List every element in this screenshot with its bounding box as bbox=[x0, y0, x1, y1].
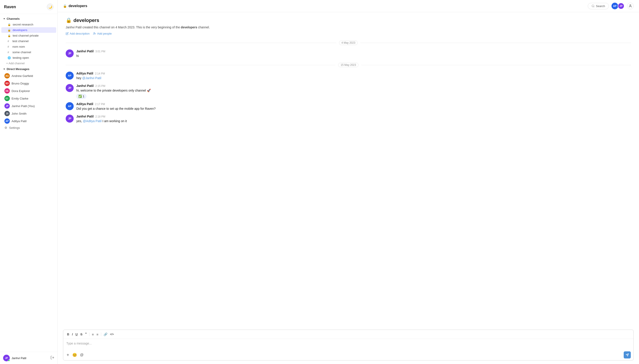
topbar-avatar-aditya[interactable]: AP bbox=[611, 3, 618, 9]
link-button[interactable]: 🔗 bbox=[103, 332, 109, 337]
lock-icon: 🔒 bbox=[8, 23, 11, 26]
channel-testing-open[interactable]: 🌐 testing open bbox=[1, 55, 56, 60]
dm-john[interactable]: JS John Smith bbox=[1, 110, 56, 117]
logout-button[interactable] bbox=[50, 356, 54, 361]
message-content-2: Aditya Patil 2:14 PM hey @Janhvi Patil bbox=[76, 72, 631, 80]
emoji-button[interactable]: 😊 bbox=[72, 352, 78, 358]
svg-point-3 bbox=[630, 5, 631, 6]
dm-label: John Smith bbox=[12, 112, 27, 115]
user-profile-button[interactable] bbox=[627, 3, 634, 9]
unordered-list-button[interactable]: ≡ bbox=[95, 332, 100, 337]
channel-test[interactable]: # test channel bbox=[1, 38, 56, 44]
channel-some-channel[interactable]: # some channel bbox=[1, 50, 56, 55]
message-time-1: 3:01 PM bbox=[95, 50, 105, 53]
message-content-4: Aditya Patil 2:17 PM Did you get a chanc… bbox=[76, 102, 631, 111]
action-more[interactable]: ●● bbox=[603, 83, 609, 88]
mention-janhvi[interactable]: @Janhvi Patil bbox=[82, 76, 101, 80]
add-channel-button[interactable]: + Add channel bbox=[0, 60, 58, 66]
dm-janhvi[interactable]: JP Janhvi Patil (You) bbox=[1, 102, 56, 110]
message-author-5: Janhvi Patil bbox=[76, 114, 94, 118]
mention-aditya[interactable]: @Aditya Patil bbox=[83, 119, 102, 123]
message-text-input[interactable]: Type a message... bbox=[63, 339, 633, 350]
message-time-2: 2:14 PM bbox=[95, 72, 105, 75]
channel-nom-nom[interactable]: # nom nom bbox=[1, 44, 56, 50]
strikethrough-button[interactable]: S bbox=[79, 332, 83, 337]
message-content-1: Janhvi Patil 3:01 PM hi bbox=[76, 50, 631, 58]
message-avatar-aditya-2: AP bbox=[66, 102, 74, 110]
avatar-bruno: BD bbox=[5, 81, 10, 86]
topbar-channel-name: developers bbox=[69, 4, 87, 8]
channel-secret-research[interactable]: 🔒 secret research bbox=[1, 22, 56, 27]
add-people-button[interactable]: Add people bbox=[93, 32, 112, 35]
action-confetti[interactable]: 🎉 bbox=[610, 83, 616, 88]
direct-messages-section-header[interactable]: ▼ Direct Messages bbox=[0, 66, 58, 72]
channel-test-private[interactable]: 🔒 test channel private bbox=[1, 33, 56, 38]
message-header-2: Aditya Patil 2:14 PM bbox=[76, 72, 631, 75]
bold-button[interactable]: B bbox=[66, 332, 70, 337]
search-icon bbox=[591, 4, 595, 8]
date-pill-2: 15 May 2023 bbox=[338, 63, 358, 67]
channel-lock-icon: 🔒 bbox=[63, 4, 67, 8]
chat-area: 🔒 developers Janhvi Patil created this c… bbox=[58, 12, 639, 330]
italic-button[interactable]: I bbox=[71, 332, 74, 337]
search-button[interactable]: Search bbox=[588, 3, 609, 9]
reaction-checkmark[interactable]: ✅ 1 bbox=[76, 94, 86, 99]
dm-emily[interactable]: EC Emily Clarke bbox=[1, 95, 56, 102]
avatar-group: AP JP bbox=[611, 3, 624, 9]
attach-button[interactable]: + bbox=[66, 352, 70, 358]
dm-label: Andrew Garfield bbox=[12, 74, 33, 78]
lock-icon: 🔒 bbox=[8, 28, 11, 32]
toolbar-divider bbox=[89, 332, 89, 336]
add-description-button[interactable]: Add description bbox=[66, 32, 90, 35]
ordered-list-button[interactable]: ≡ bbox=[91, 332, 95, 337]
footer-user: JP Janhvi Patil bbox=[3, 355, 26, 361]
channel-label: some channel bbox=[13, 50, 31, 54]
underline-button[interactable]: U bbox=[74, 332, 79, 337]
message-author-4: Aditya Patil bbox=[76, 102, 93, 106]
settings-item[interactable]: ⚙ Settings bbox=[1, 125, 56, 130]
channels-section-header[interactable]: ▼ Channels bbox=[0, 16, 58, 22]
channel-label: nom nom bbox=[13, 45, 25, 48]
message-text-2: hey @Janhvi Patil bbox=[76, 76, 631, 80]
direct-messages-label: Direct Messages bbox=[7, 68, 30, 71]
dm-label: Dora Explorer bbox=[12, 89, 30, 93]
dm-bruno[interactable]: BD Bruno Doggy bbox=[1, 80, 56, 87]
settings-label: Settings bbox=[9, 126, 20, 130]
dm-aditya[interactable]: AP Aditya Patil bbox=[1, 117, 56, 125]
topbar-avatar-janhvi[interactable]: JP bbox=[618, 3, 624, 9]
send-button[interactable] bbox=[624, 351, 631, 358]
message-group-4: AP Aditya Patil 2:17 PM Did you get a ch… bbox=[66, 102, 631, 111]
message-group-5: JP Janhvi Patil 2:18 PM yes, @Aditya Pat… bbox=[66, 114, 631, 124]
message-time-5: 2:18 PM bbox=[95, 115, 105, 118]
action-emoji[interactable]: 😊 bbox=[616, 83, 622, 88]
channel-intro-lock-icon: 🔒 bbox=[66, 18, 72, 23]
dm-label: Janhvi Patil (You) bbox=[12, 104, 35, 108]
svg-point-4 bbox=[94, 32, 95, 34]
user-icon bbox=[628, 4, 632, 8]
channels-label: Channels bbox=[7, 17, 20, 20]
reaction-emoji: ✅ bbox=[78, 95, 82, 98]
avatar-andrew: AG bbox=[5, 73, 10, 78]
input-placeholder: Type a message... bbox=[66, 342, 92, 345]
action-bookmark[interactable]: 🔖 bbox=[623, 83, 629, 88]
message-header-4: Aditya Patil 2:17 PM bbox=[76, 102, 631, 106]
avatar-aditya: AP bbox=[5, 118, 10, 124]
sidebar-header: Raven 🌙 bbox=[0, 0, 58, 14]
message-author-1: Janhvi Patil bbox=[76, 50, 94, 53]
toolbar-divider-2 bbox=[101, 332, 101, 336]
avatar-emily: EC bbox=[5, 96, 10, 101]
mention-button[interactable]: @ bbox=[79, 352, 84, 358]
svg-point-1 bbox=[592, 5, 594, 7]
dark-mode-button[interactable]: 🌙 bbox=[47, 4, 54, 10]
action-check[interactable]: ✅ bbox=[596, 83, 602, 88]
channel-intro-description: Janhvi Patil created this channel on 4 M… bbox=[66, 25, 631, 30]
dm-dora[interactable]: DE Dora Explorer bbox=[1, 87, 56, 95]
dm-andrew[interactable]: AG Andrew Garfield bbox=[1, 72, 56, 80]
send-icon bbox=[626, 353, 629, 356]
date-divider-2: 15 May 2023 bbox=[66, 63, 631, 67]
channel-developers[interactable]: 🔒 developers bbox=[1, 27, 56, 33]
quote-button[interactable]: " bbox=[84, 332, 88, 337]
code-button[interactable]: </> bbox=[109, 332, 115, 336]
message-time-3: 2:15 PM bbox=[95, 84, 105, 88]
hash-icon: # bbox=[8, 51, 11, 54]
